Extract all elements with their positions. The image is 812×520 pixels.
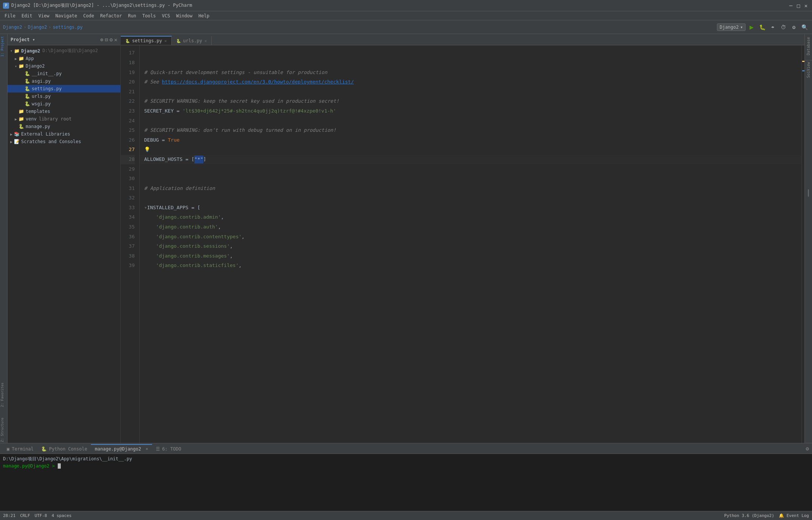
tree-wsgi-py[interactable]: 🐍 wsgi.py [8,100,120,108]
tree-venv-suffix: library root [39,116,72,122]
linenum-37: 37 [121,242,135,252]
close-button[interactable]: ✕ [803,3,809,9]
tree-django2-folder[interactable]: ▾ 📁 Django2 [8,62,120,70]
comma-34: , [221,213,224,221]
status-event-log[interactable]: 🔔 Event Log [779,513,809,518]
left-icon-3[interactable]: Z: Structure [0,417,7,443]
tree-venv[interactable]: ▶ 📁 venv library root [8,115,120,123]
menu-help[interactable]: Help [195,12,212,19]
linenum-31: 31 [121,184,135,193]
status-encoding[interactable]: UTF-8 [35,513,47,518]
left-icon-1[interactable]: 1: Project [0,35,7,57]
minimize-button[interactable]: ─ [788,3,794,9]
tree-settings-py[interactable]: 🐍 settings.py [8,85,120,93]
menu-file[interactable]: File [2,12,18,19]
tree-venv-arrow[interactable]: ▶ [14,117,18,121]
tree-ext-arrow[interactable]: ▶ [9,132,14,136]
tab-python-console[interactable]: 🐍 Python Console [37,444,91,453]
maximize-button[interactable]: □ [795,3,801,9]
search-button[interactable]: 🔍 [800,23,809,32]
tree-root-label: Django2 [21,48,40,54]
breadcrumb-item-3[interactable]: settings.py [53,25,83,30]
editor-right-margin [801,45,804,443]
menu-refactor[interactable]: Refactor [97,12,125,19]
window-controls[interactable]: ─ □ ✕ [788,3,809,9]
linenum-36: 36 [121,232,135,242]
tree-init-py[interactable]: 🐍 __init__.py [8,70,120,77]
tree-scratches[interactable]: ▶ 📝 Scratches and Consoles [8,138,120,145]
tree-urls-py[interactable]: 🐍 urls.py [8,93,120,100]
right-tab-database[interactable]: Database [806,35,811,57]
tree-external-libs[interactable]: ▶ 📚 External Libraries [8,130,120,138]
linenum-19: 19 [121,68,135,77]
status-indent[interactable]: 4 spaces [52,513,72,518]
menu-code[interactable]: Code [80,12,97,19]
linenum-18: 18 [121,58,135,68]
tab-urls-close[interactable]: ✕ [205,39,207,43]
menu-window[interactable]: Window [173,12,195,19]
event-log-icon: 🔔 [779,513,784,518]
panel-action-collapse[interactable]: ⊟ [105,37,108,43]
debug-button[interactable]: 🐛 [758,23,767,32]
manage-py-close[interactable]: ✕ [146,446,148,451]
tree-scratches-arrow[interactable]: ▶ [9,140,14,144]
tree-wsgi-label: wsgi.py [32,101,51,106]
menu-edit[interactable]: Edit [18,12,35,19]
status-left: 28:21 CRLF UTF-8 4 spaces [3,513,72,518]
tree-app-arrow[interactable]: ▶ [14,57,18,61]
left-icon-2[interactable]: 2: Favorites [0,382,7,408]
settings-button[interactable]: ⚙ [789,23,798,32]
tree-urls-label: urls.py [32,94,51,99]
code-content[interactable]: # Quick-start development settings - uns… [140,45,801,443]
bottom-panel-settings[interactable]: ⚙ [806,446,809,452]
todo-label: 6: TODO [162,446,181,452]
code-editor[interactable]: 17 18 19 20 21 22 23 24 25 26 27 28 29 3… [121,45,804,443]
run-config-selector[interactable]: Django2 ▾ [717,23,746,31]
tab-todo[interactable]: ☰ 6: TODO [152,444,185,453]
run-button[interactable]: ▶ [747,23,756,32]
profile-button[interactable]: ⏱ [779,23,788,32]
tree-templates[interactable]: 📁 templates [8,108,120,115]
menu-navigate[interactable]: Navigate [52,12,80,19]
run-config-dropdown-icon: ▾ [740,25,743,30]
tree-app[interactable]: ▶ 📁 App [8,55,120,62]
breadcrumb-item-2[interactable]: Django2 [28,25,47,30]
breadcrumb-sep-2: › [48,25,51,30]
tree-root[interactable]: ▾ 📁 Django2 D:\Django项目\Django2 [8,47,120,55]
tree-asgi-label: asgi.py [32,79,51,84]
terminal-path-line: D:\Django项目\Django2\App\migrations\__ini… [3,455,809,463]
breadcrumb-item-1[interactable]: Django2 [3,25,22,30]
right-tab-soiview[interactable]: SoiView [806,60,811,79]
tree-django2-label: Django2 [26,63,45,69]
tree-asgi-py[interactable]: 🐍 asgi.py [8,77,120,85]
menu-tools[interactable]: Tools [139,12,159,19]
status-crlf[interactable]: CRLF [20,513,30,518]
editor-scrollbar[interactable] [808,81,809,441]
panel-action-settings[interactable]: ⚙ [109,37,112,43]
tree-manage-py[interactable]: 🐍 manage.py [8,123,120,130]
tab-urls-py[interactable]: 🐍 urls.py ✕ [172,36,212,45]
menu-vcs[interactable]: VCS [159,12,173,19]
code-line-35: 'django.contrib.auth', [140,222,801,232]
tab-settings-close[interactable]: ✕ [164,39,167,43]
tab-terminal[interactable]: ▣ Terminal [3,444,37,453]
allowed-hosts-close: ] [203,156,206,164]
scroll-thumb[interactable] [808,189,809,197]
status-python[interactable]: Python 3.6 (Django2) [724,513,774,518]
tree-django2-arrow[interactable]: ▾ [14,64,18,68]
tab-settings-py[interactable]: 🐍 settings.py ✕ [121,36,172,45]
tab-manage-py[interactable]: manage.py@Django2 ✕ [91,444,152,453]
menu-run[interactable]: Run [125,12,139,19]
tree-root-arrow[interactable]: ▾ [9,49,14,53]
status-position[interactable]: 28:21 [3,513,15,518]
menu-view[interactable]: View [35,12,52,19]
fold-marker-33[interactable]: ▾ [144,204,147,212]
linenum-34: 34 [121,213,135,222]
coverage-button[interactable]: ☂ [768,23,777,32]
left-sidebar-icons: 1: Project 2: Favorites Z: Structure [0,34,8,443]
panel-action-close[interactable]: ✕ [114,37,117,43]
code-line-24 [140,116,801,126]
tree-manage-label: manage.py [26,124,50,129]
code-line-23: SECRET_KEY = 'lt$30+dj642j*25#-sh2tnc4qu… [140,106,801,116]
panel-action-add[interactable]: ⊕ [100,37,103,43]
